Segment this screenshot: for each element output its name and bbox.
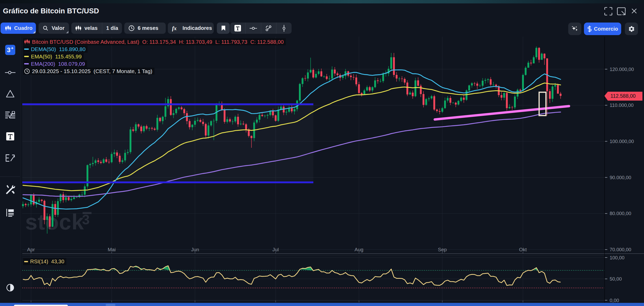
svg-text:Apr: Apr [27, 247, 35, 252]
svg-text:112.588,00: 112.588,00 [610, 93, 636, 99]
svg-text:80.000,00: 80.000,00 [610, 211, 631, 216]
svg-text:100,00: 100,00 [610, 255, 625, 260]
svg-text:Aug: Aug [355, 247, 363, 252]
svg-text:90.000,00: 90.000,00 [610, 175, 631, 180]
svg-text:3: 3 [82, 212, 90, 227]
svg-text:100.000,00: 100.000,00 [610, 139, 634, 144]
svg-text:120.000,00: 120.000,00 [610, 67, 634, 72]
svg-text:Sep: Sep [438, 247, 447, 252]
svg-text:Jun: Jun [191, 247, 199, 252]
svg-text:50,00: 50,00 [610, 276, 622, 282]
svg-text:Okt: Okt [519, 247, 527, 252]
svg-text:Jul: Jul [272, 247, 279, 252]
svg-text:Mai: Mai [108, 247, 116, 252]
svg-text:70.000,00: 70.000,00 [610, 247, 631, 252]
svg-text:110.000,00: 110.000,00 [610, 102, 634, 108]
svg-text:0,00: 0,00 [610, 298, 619, 303]
